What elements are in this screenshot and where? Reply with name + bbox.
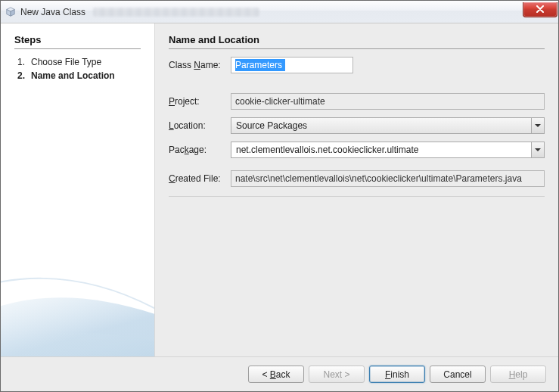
content-heading: Name and Location <box>169 34 545 49</box>
title-bar: New Java Class <box>1 1 558 23</box>
package-combobox[interactable]: net.clementlevallois.net.cookieclicker.u… <box>231 142 545 158</box>
steps-list: 1.Choose File Type 2.Name and Location <box>14 57 141 81</box>
project-label: Project: <box>169 96 231 107</box>
created-file-field <box>231 170 545 187</box>
step-name-and-location: 2.Name and Location <box>17 70 141 81</box>
chevron-down-icon[interactable] <box>531 142 545 158</box>
next-button: Next > <box>309 366 365 383</box>
finish-button[interactable]: Finish <box>369 366 425 383</box>
close-button[interactable] <box>523 2 557 17</box>
step-choose-file-type: 1.Choose File Type <box>17 57 141 67</box>
location-combobox[interactable]: Source Packages <box>231 117 545 134</box>
back-button[interactable]: < Back <box>248 366 304 383</box>
cancel-button[interactable]: Cancel <box>430 366 486 383</box>
footer-button-bar: < Back Next > Finish Cancel Help <box>1 356 558 391</box>
package-label: Package: <box>169 145 231 155</box>
separator <box>169 196 545 197</box>
background-window-title-blur <box>93 8 259 17</box>
steps-sidebar: Steps 1.Choose File Type 2.Name and Loca… <box>1 23 155 356</box>
steps-heading: Steps <box>14 34 141 49</box>
app-cube-icon <box>5 7 16 17</box>
chevron-down-icon[interactable] <box>531 117 545 134</box>
created-file-label: Created File: <box>169 173 231 184</box>
class-name-label: Class Name: <box>169 60 231 70</box>
content-pane: Name and Location Class Name: Parameters… <box>155 23 558 356</box>
window-title: New Java Class <box>20 7 85 17</box>
project-field <box>231 93 545 110</box>
location-label: Location: <box>169 120 231 131</box>
help-button: Help <box>490 366 546 383</box>
decorative-swoosh <box>1 205 155 356</box>
close-icon <box>536 4 545 15</box>
